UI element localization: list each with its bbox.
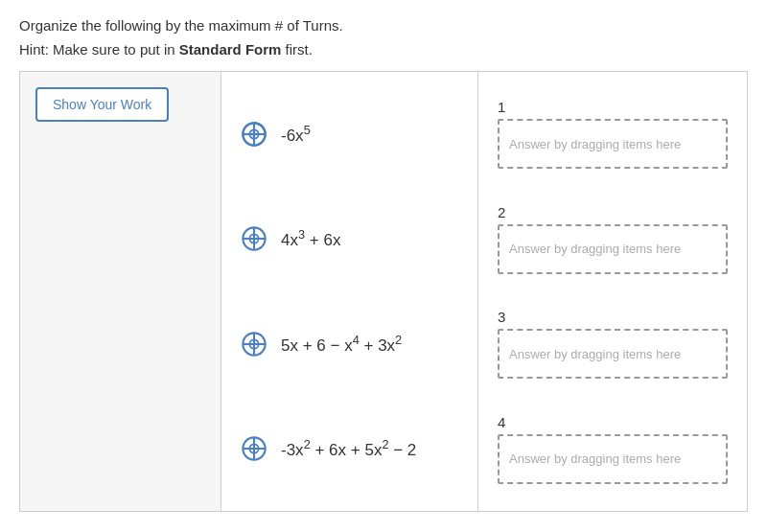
main-container: Show Your Work -6x5 4x3 + 6x [19,71,748,512]
drag-icon [241,435,267,462]
answer-slot-group-4: 4 Answer by dragging items here [498,414,728,484]
answer-slot-group-2: 2 Answer by dragging items here [498,204,728,274]
answer-number-2: 2 [498,204,728,220]
drag-icon [241,225,267,252]
math-expression-1: -6x5 [281,123,311,146]
answer-slot-placeholder-3: Answer by dragging items here [509,347,681,361]
math-expression-2: 4x3 + 6x [281,227,340,250]
list-item[interactable]: 4x3 + 6x [241,216,458,262]
show-work-button[interactable]: Show Your Work [35,87,169,122]
drag-icon [241,331,267,358]
answer-slot-placeholder-2: Answer by dragging items here [509,242,681,256]
answer-number-4: 4 [498,414,728,430]
answer-number-3: 3 [498,309,728,325]
answer-drop-zone-1[interactable]: Answer by dragging items here [498,119,728,169]
list-item[interactable]: -3x2 + 6x + 5x2 − 2 [241,426,458,472]
answer-drop-zone-4[interactable]: Answer by dragging items here [498,434,728,484]
list-item[interactable]: -6x5 [241,111,458,157]
hint-prefix: Hint: Make sure to put in [19,41,179,58]
answer-slot-group-3: 3 Answer by dragging items here [498,309,728,379]
instructions-text: Organize the following by the maximum # … [19,17,748,34]
math-expression-4: -3x2 + 6x + 5x2 − 2 [281,437,416,460]
drag-icon [241,121,267,148]
sidebar: Show Your Work [20,72,221,511]
drag-items-area: -6x5 4x3 + 6x 5x + 6 − x4 + 3x2 [221,72,478,511]
hint-text: Hint: Make sure to put in Standard Form … [19,41,748,58]
answer-slot-placeholder-4: Answer by dragging items here [509,451,681,466]
answer-drop-zone-2[interactable]: Answer by dragging items here [498,224,728,274]
math-expression-3: 5x + 6 − x4 + 3x2 [281,333,402,356]
answer-drop-zone-3[interactable]: Answer by dragging items here [498,329,728,379]
answer-number-1: 1 [498,99,728,115]
answers-area: 1 Answer by dragging items here 2 Answer… [478,72,747,511]
answer-slot-placeholder-1: Answer by dragging items here [509,137,681,151]
answer-slot-group-1: 1 Answer by dragging items here [498,99,728,169]
hint-bold: Standard Form [179,41,282,58]
hint-suffix: first. [281,41,313,58]
list-item[interactable]: 5x + 6 − x4 + 3x2 [241,321,458,367]
